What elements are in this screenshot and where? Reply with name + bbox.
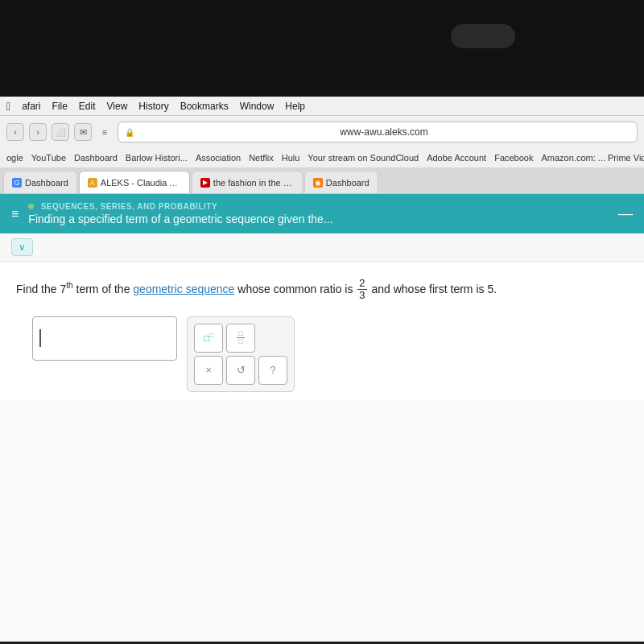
tab-favicon-youtube: ▶ — [200, 178, 210, 188]
answer-cursor — [39, 329, 41, 347]
minimize-button[interactable]: — — [618, 205, 633, 222]
dropdown-button[interactable]: ∨ — [11, 238, 33, 256]
tab-favicon-aleks: A — [88, 178, 97, 188]
problem-instruction: Find the 7 — [16, 283, 66, 295]
tab-favicon-orange: ◉ — [313, 178, 323, 188]
bookmark-soundcloud[interactable]: Your stream on SoundCloud — [308, 153, 419, 163]
menu-history[interactable]: History — [138, 101, 168, 112]
status-dot — [28, 204, 34, 209]
hamburger-button[interactable]: ≡ — [11, 208, 19, 221]
menu-view[interactable]: View — [107, 101, 128, 112]
browser-chrome: ‹ › ⬜ ✉ ≡ 🔒 www-awu.aleks.com ogle YouTu… — [0, 116, 644, 194]
dropdown-row: ∨ — [0, 233, 644, 262]
tab-dashboard-1[interactable]: G Dashboard — [3, 171, 77, 193]
mail-button[interactable]: ✉ — [74, 123, 92, 141]
menu-bookmarks[interactable]: Bookmarks — [180, 101, 229, 112]
problem-text-mid: term of the — [73, 283, 134, 295]
help-icon: ? — [270, 364, 275, 376]
header-text-area: SEQUENCES, SERIES, AND PROBABILITY Findi… — [28, 202, 609, 225]
math-keypad: □□ □ □ × ↺ — [187, 316, 295, 392]
menu-file[interactable]: File — [52, 101, 67, 112]
keypad-empty-1 — [258, 324, 287, 353]
tab-view-button[interactable]: ⬜ — [52, 123, 69, 141]
answer-input-box[interactable] — [32, 316, 177, 361]
fraction-display: 23 — [357, 278, 366, 302]
back-button[interactable]: ‹ — [6, 123, 24, 141]
chevron-down-icon: ∨ — [19, 242, 26, 253]
undo-icon: ↺ — [237, 364, 246, 376]
lock-icon: 🔒 — [125, 128, 134, 137]
tab-title-aleks: ALEKS - Claudia Alarcon -... — [101, 178, 181, 188]
address-bar[interactable]: 🔒 www-awu.aleks.com — [118, 122, 638, 142]
problem-text-end: and whose first term is 5. — [369, 283, 497, 295]
camera-bump — [451, 24, 515, 48]
fraction-icon: □ □ — [237, 330, 244, 345]
tab-dashboard-2[interactable]: ◉ Dashboard — [304, 171, 378, 193]
aleks-header: ≡ SEQUENCES, SERIES, AND PROBABILITY Fin… — [0, 194, 644, 233]
safari-toolbar: ‹ › ⬜ ✉ ≡ 🔒 www-awu.aleks.com — [0, 116, 644, 148]
screen:  afari File Edit View History Bookmarks… — [0, 97, 644, 642]
multiply-icon: × — [205, 364, 212, 376]
page-content: ≡ SEQUENCES, SERIES, AND PROBABILITY Fin… — [0, 194, 644, 642]
keypad-multiply-button[interactable]: × — [194, 356, 223, 385]
menu-edit[interactable]: Edit — [79, 101, 96, 112]
header-title: Finding a specified term of a geometric … — [28, 213, 609, 225]
keypad-help-button[interactable]: ? — [258, 356, 287, 385]
keypad-undo-button[interactable]: ↺ — [226, 356, 255, 385]
tab-title-dashboard-2: Dashboard — [326, 178, 369, 188]
menu-help[interactable]: Help — [285, 101, 305, 112]
forward-button[interactable]: › — [29, 123, 47, 141]
mac-menubar:  afari File Edit View History Bookmarks… — [0, 97, 644, 116]
answer-section: □□ □ □ × ↺ — [16, 316, 628, 392]
menu-safari[interactable]: afari — [22, 101, 40, 112]
bottom-space — [0, 400, 644, 642]
bookmarks-bar: ogle YouTube Dashboard Barlow Histori...… — [0, 148, 644, 167]
tab-title-dashboard-1: Dashboard — [25, 178, 68, 188]
bookmark-netflix[interactable]: Netflix — [249, 153, 274, 163]
fraction-numerator: 2 — [357, 278, 366, 290]
bookmark-amazon[interactable]: Amazon.com: ... Prime Video — [541, 153, 644, 163]
superscript-icon: □□ — [204, 332, 213, 344]
bookmark-barlow[interactable]: Barlow Histori... — [126, 153, 188, 163]
apple-logo:  — [6, 100, 10, 113]
top-bezel — [0, 0, 644, 97]
bookmark-association[interactable]: Association — [196, 153, 241, 163]
bookmark-youtube[interactable]: YouTube — [31, 153, 66, 163]
bookmark-hulu[interactable]: Hulu — [282, 153, 300, 163]
keypad-superscript-button[interactable]: □□ — [194, 324, 223, 353]
address-text: www-awu.aleks.com — [138, 126, 630, 138]
fraction-denominator: 3 — [357, 290, 366, 301]
tab-favicon-google: G — [12, 178, 22, 188]
tab-aleks[interactable]: A ALEKS - Claudia Alarcon -... — [79, 171, 190, 193]
bookmark-ogle[interactable]: ogle — [6, 153, 23, 163]
header-category: SEQUENCES, SERIES, AND PROBABILITY — [28, 202, 609, 211]
tab-title-fashion: the fashion in the nanny is... — [213, 178, 294, 188]
problem-text-after: whose common ratio is — [234, 283, 356, 295]
bookmark-facebook[interactable]: Facebook — [494, 153, 533, 163]
tab-fashion[interactable]: ▶ the fashion in the nanny is... — [192, 171, 303, 193]
keypad-fraction-button[interactable]: □ □ — [226, 324, 255, 353]
tab-favicon-letter: A — [90, 179, 95, 187]
problem-superscript: th — [66, 281, 72, 290]
bookmark-dashboard[interactable]: Dashboard — [74, 153, 118, 163]
geometric-sequence-link[interactable]: geometric sequence — [133, 283, 234, 295]
menu-window[interactable]: Window — [240, 101, 275, 112]
reader-button[interactable]: ≡ — [97, 124, 113, 140]
problem-area: Find the 7th term of the geometric seque… — [0, 262, 644, 400]
bookmark-adobe[interactable]: Adobe Account — [427, 153, 486, 163]
problem-text: Find the 7th term of the geometric seque… — [16, 278, 628, 302]
tab-bar: G Dashboard A ALEKS - Claudia Alarcon -.… — [0, 167, 644, 193]
